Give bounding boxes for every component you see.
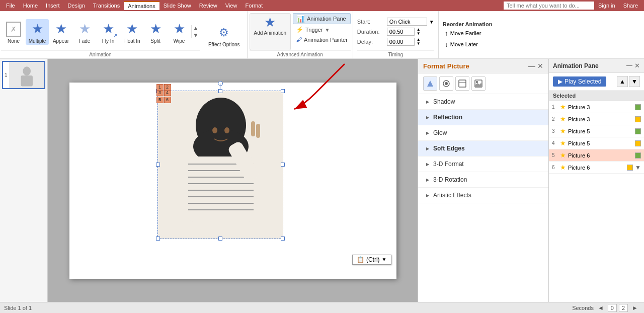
- ap-num-6: 6: [552, 165, 558, 170]
- format-picture-items: ▶ Shadow ▶ Reflection ▶ Glow ▶ Soft Edge…: [418, 94, 548, 302]
- share-btn[interactable]: Share: [619, 2, 642, 10]
- timing-label: Timing: [357, 50, 434, 57]
- reorder-label: Reorder Animation: [443, 21, 493, 27]
- ap-num-4: 4: [552, 140, 558, 146]
- tab-slideshow[interactable]: Slide Show: [159, 2, 195, 10]
- search-input[interactable]: [504, 2, 594, 10]
- ap-up-btn[interactable]: ▲: [617, 76, 628, 87]
- minimize-icon[interactable]: —: [528, 62, 535, 70]
- fp-item-3d-rotation[interactable]: ▶ 3-D Rotation: [418, 172, 548, 188]
- status-bar: Slide 1 of 1 Seconds ◄ 0 2 ►: [0, 302, 644, 313]
- reorder-group: Reorder Animation ↑ Move Earlier ↓ Move …: [439, 11, 497, 58]
- duration-stepper-up[interactable]: ▲▼: [417, 28, 421, 36]
- animation-group-label: Animation: [1, 50, 200, 57]
- play-selected-btn[interactable]: ▶ Play Selected: [553, 76, 606, 87]
- add-animation-btn[interactable]: ★ Add Animation: [250, 13, 291, 50]
- ap-color-2: [635, 116, 641, 122]
- fp-fill-icon[interactable]: [423, 76, 437, 91]
- ctrl-paste-popup[interactable]: 📋 (Ctrl) ▼: [352, 255, 391, 265]
- animation-appear[interactable]: ★ Appear: [49, 19, 72, 45]
- play-selected-label: Play Selected: [565, 78, 601, 85]
- tab-home[interactable]: Home: [19, 2, 42, 10]
- animation-pane-btn[interactable]: 📊 Animation Pane: [293, 13, 351, 24]
- close-icon[interactable]: ✕: [537, 62, 543, 70]
- ap-color-6: [627, 165, 633, 171]
- ap-close-icon[interactable]: ✕: [634, 62, 640, 69]
- scroll-up-icon[interactable]: ▲: [193, 25, 199, 31]
- animation-split[interactable]: ★ Split: [144, 19, 167, 45]
- page-prev-btn[interactable]: ◄: [596, 304, 606, 311]
- ap-item-2[interactable]: 2 ★ Picture 3: [549, 113, 644, 125]
- animation-floatin[interactable]: ★ Float In: [120, 19, 143, 45]
- tab-transitions[interactable]: Transitions: [89, 2, 124, 10]
- delay-stepper[interactable]: ▲▼: [417, 38, 421, 46]
- trigger-btn[interactable]: ⚡ Trigger ▼: [293, 25, 351, 34]
- tab-review[interactable]: Review: [195, 2, 221, 10]
- fp-item-soft-edges[interactable]: ▶ Soft Edges: [418, 141, 548, 156]
- fp-effects-icon[interactable]: [439, 76, 453, 91]
- fp-item-3d-format[interactable]: ▶ 3-D Format: [418, 156, 548, 172]
- slide-thumbnail[interactable]: 1: [2, 61, 45, 89]
- fp-soft-edges-label: Soft Edges: [433, 145, 465, 152]
- ap-item-1[interactable]: 1 ★ Picture 3: [549, 101, 644, 113]
- slide-canvas[interactable]: 3 4 5 6 1 2 📋 (Ctrl) ▼: [69, 83, 396, 279]
- animation-floatin-label: Float In: [123, 38, 140, 44]
- ap-name-5: Picture 6: [568, 152, 633, 159]
- animation-multiple-label: Multiple: [29, 38, 46, 44]
- add-animation-group: ★ Add Animation 📊 Animation Pane ⚡ Trigg…: [248, 11, 353, 58]
- animation-badges: 3 4 5 6: [156, 90, 171, 103]
- ap-down-btn[interactable]: ▼: [629, 76, 640, 87]
- duration-input[interactable]: [387, 28, 415, 36]
- start-input[interactable]: [387, 18, 427, 26]
- start-dropdown-icon[interactable]: ▼: [429, 19, 434, 25]
- fp-3d-format-label: 3-D Format: [433, 161, 464, 168]
- ap-color-3: [635, 128, 641, 134]
- fp-reflection-expand-icon: ▶: [426, 115, 429, 120]
- animation-multiple[interactable]: ★ Multiple: [26, 19, 49, 45]
- sign-in-btn[interactable]: Sign in: [594, 2, 619, 10]
- clipboard-icon: 📋: [357, 256, 364, 263]
- ctrl-dropdown-icon[interactable]: ▼: [382, 257, 387, 262]
- animation-flyin[interactable]: ★ ↗ Fly In: [97, 19, 120, 45]
- ap-item-3[interactable]: 3 ★ Picture 5: [549, 125, 644, 137]
- move-earlier-btn[interactable]: ↑ Move Earlier: [443, 28, 493, 38]
- effect-options-btn[interactable]: ⚙ Effect Options: [204, 22, 244, 49]
- delay-input[interactable]: [387, 38, 415, 46]
- fp-item-reflection[interactable]: ▶ Reflection: [418, 110, 548, 125]
- tab-animations[interactable]: Animations: [124, 1, 159, 10]
- tab-view[interactable]: View: [221, 2, 242, 10]
- ap-item-4[interactable]: 4 ★ Picture 5: [549, 137, 644, 149]
- tab-file[interactable]: File: [2, 2, 19, 10]
- page-next-btn[interactable]: ►: [630, 304, 640, 311]
- scroll-down-icon[interactable]: ▼: [193, 32, 199, 38]
- tab-insert[interactable]: Insert: [42, 2, 64, 10]
- tab-format[interactable]: Format: [241, 2, 267, 10]
- fp-layout-icon[interactable]: [455, 76, 469, 91]
- fp-item-shadow[interactable]: ▶ Shadow: [418, 94, 548, 110]
- fp-glow-expand-icon: ▶: [426, 131, 429, 135]
- effect-options-group: ⚙ Effect Options: [201, 11, 248, 58]
- ap-item-5[interactable]: 5 ★ Picture 6: [549, 149, 644, 162]
- animation-painter-btn[interactable]: 🖌 Animation Painter: [293, 35, 351, 44]
- start-label: Start:: [357, 19, 385, 25]
- move-later-btn[interactable]: ↓ Move Later: [443, 39, 493, 49]
- animation-wipe[interactable]: ★ Wipe: [168, 19, 191, 45]
- ap-minimize-icon[interactable]: —: [626, 62, 632, 69]
- ap-color-1: [635, 104, 641, 110]
- ap-arrow-6: ▼: [635, 164, 641, 171]
- tab-design[interactable]: Design: [64, 2, 89, 10]
- animation-fade[interactable]: ★ Fade: [73, 19, 96, 45]
- animation-appear-label: Appear: [53, 38, 69, 44]
- animation-none-label: None: [8, 38, 20, 44]
- animation-none[interactable]: ✗ None: [2, 19, 25, 45]
- fp-shadow-label: Shadow: [433, 98, 455, 105]
- fp-picture-icon[interactable]: [471, 76, 486, 91]
- ap-item-6[interactable]: 6 ★ Picture 6 ▼: [549, 162, 644, 174]
- ap-num-1: 1: [552, 104, 558, 110]
- ap-color-5: [635, 152, 641, 159]
- fp-shadow-expand-icon: ▶: [426, 100, 429, 104]
- timing-group: Start: ▼ Duration: ▲▼ Delay: ▲▼ Timing: [353, 11, 439, 58]
- fp-item-artistic-effects[interactable]: ▶ Artistic Effects: [418, 188, 548, 203]
- ap-star-5: ★: [560, 151, 566, 159]
- fp-item-glow[interactable]: ▶ Glow: [418, 125, 548, 141]
